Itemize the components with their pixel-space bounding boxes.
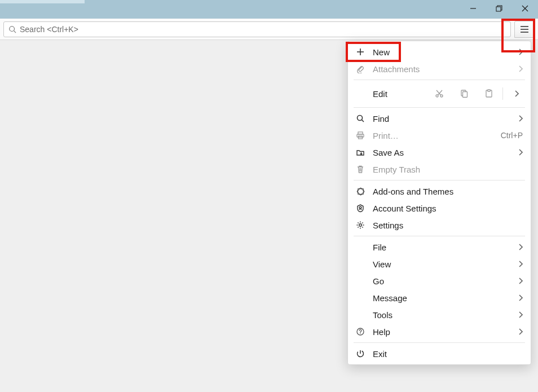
svg-point-25 xyxy=(359,206,361,209)
chevron-right-icon xyxy=(518,244,523,250)
paperclip-icon xyxy=(355,64,366,73)
menu-item-find[interactable]: Find xyxy=(348,110,531,127)
close-button[interactable] xyxy=(512,0,538,17)
scissors-icon xyxy=(435,89,444,98)
chevron-right-icon xyxy=(518,311,523,318)
menu-separator xyxy=(354,80,525,80)
copy-button[interactable] xyxy=(452,85,477,102)
menu-label: Tools xyxy=(373,310,511,320)
chevron-right-icon xyxy=(518,49,523,55)
chevron-right-icon xyxy=(518,149,523,156)
divider xyxy=(502,87,503,100)
account-icon xyxy=(355,204,366,213)
search-input[interactable]: Search <Ctrl+K> xyxy=(3,21,511,37)
title-bar xyxy=(0,0,538,19)
clipboard-icon xyxy=(484,89,493,98)
plus-icon xyxy=(355,47,366,56)
menu-item-file[interactable]: File xyxy=(348,239,531,256)
edit-submenu-button[interactable] xyxy=(504,85,529,102)
menu-item-exit[interactable]: Exit xyxy=(348,345,531,362)
menu-separator xyxy=(354,236,525,236)
svg-point-12 xyxy=(436,95,438,97)
menu-item-tools[interactable]: Tools xyxy=(348,306,531,323)
menu-item-help[interactable]: Help xyxy=(348,323,531,340)
menu-label: Print… xyxy=(373,131,494,140)
menu-shortcut: Ctrl+P xyxy=(501,131,523,140)
trash-icon xyxy=(355,165,366,174)
svg-point-26 xyxy=(359,224,361,226)
menu-label: Add-ons and Themes xyxy=(373,187,523,196)
app-menu-button[interactable] xyxy=(514,21,535,38)
chevron-right-icon xyxy=(518,261,523,267)
menu-item-empty-trash: Empty Trash xyxy=(348,161,531,178)
svg-point-28 xyxy=(360,333,360,334)
menu-label: Exit xyxy=(373,349,523,359)
search-icon xyxy=(355,114,366,123)
svg-line-6 xyxy=(14,30,16,33)
minimize-button[interactable] xyxy=(460,0,486,17)
cut-button[interactable] xyxy=(427,85,452,102)
svg-rect-2 xyxy=(496,7,501,11)
menu-label: Find xyxy=(373,114,511,124)
folder-icon xyxy=(355,148,366,157)
power-icon xyxy=(355,349,366,358)
chevron-right-icon xyxy=(518,65,523,72)
menu-item-save-as[interactable]: Save As xyxy=(348,144,531,161)
menu-separator xyxy=(354,342,525,343)
menu-label: Help xyxy=(373,327,511,337)
gear-icon xyxy=(355,221,366,230)
menu-label: Empty Trash xyxy=(373,165,523,174)
menu-label: Account Settings xyxy=(373,204,523,213)
chevron-right-icon xyxy=(518,278,523,284)
menu-label: Save As xyxy=(373,148,511,157)
menu-label: New xyxy=(373,47,511,57)
help-icon xyxy=(355,327,366,336)
menu-label: Attachments xyxy=(373,64,511,74)
svg-point-20 xyxy=(358,116,363,121)
menu-separator xyxy=(354,180,525,180)
toolbar: Search <Ctrl+K> xyxy=(0,19,538,40)
menu-item-print: Print… Ctrl+P xyxy=(348,127,531,144)
menu-item-view[interactable]: View xyxy=(348,256,531,272)
menu-separator xyxy=(354,107,525,108)
menu-item-settings[interactable]: Settings xyxy=(348,217,531,234)
menu-item-edit: Edit xyxy=(348,82,531,105)
menu-item-go[interactable]: Go xyxy=(348,272,531,289)
window-controls xyxy=(460,0,538,19)
menu-item-addons[interactable]: Add-ons and Themes xyxy=(348,183,531,200)
menu-label: Go xyxy=(373,276,511,286)
menu-label: Settings xyxy=(373,221,523,230)
menu-item-attachments: Attachments xyxy=(348,60,531,77)
search-placeholder: Search <Ctrl+K> xyxy=(20,25,78,34)
menu-item-new[interactable]: New xyxy=(348,43,531,60)
menu-label: View xyxy=(373,259,511,269)
printer-icon xyxy=(355,131,366,140)
app-menu: New Attachments Edit xyxy=(347,41,531,365)
svg-point-5 xyxy=(10,26,15,31)
svg-rect-19 xyxy=(487,90,490,91)
maximize-button[interactable] xyxy=(486,0,512,17)
menu-item-account-settings[interactable]: Account Settings xyxy=(348,200,531,217)
hamburger-icon xyxy=(520,25,529,33)
search-icon xyxy=(8,25,16,33)
svg-rect-17 xyxy=(462,92,467,98)
title-bar-accent xyxy=(0,0,85,3)
puzzle-icon xyxy=(355,187,366,196)
svg-point-13 xyxy=(440,95,443,97)
paste-button[interactable] xyxy=(477,85,501,102)
menu-label: Message xyxy=(373,293,511,303)
chevron-right-icon xyxy=(518,115,523,122)
chevron-right-icon xyxy=(518,294,523,301)
menu-label: File xyxy=(373,243,511,252)
chevron-right-icon xyxy=(518,328,523,335)
svg-line-21 xyxy=(362,120,364,122)
menu-item-message[interactable]: Message xyxy=(348,289,531,306)
chevron-right-icon xyxy=(514,90,519,97)
menu-label: Edit xyxy=(355,89,421,99)
copy-icon xyxy=(460,89,469,98)
